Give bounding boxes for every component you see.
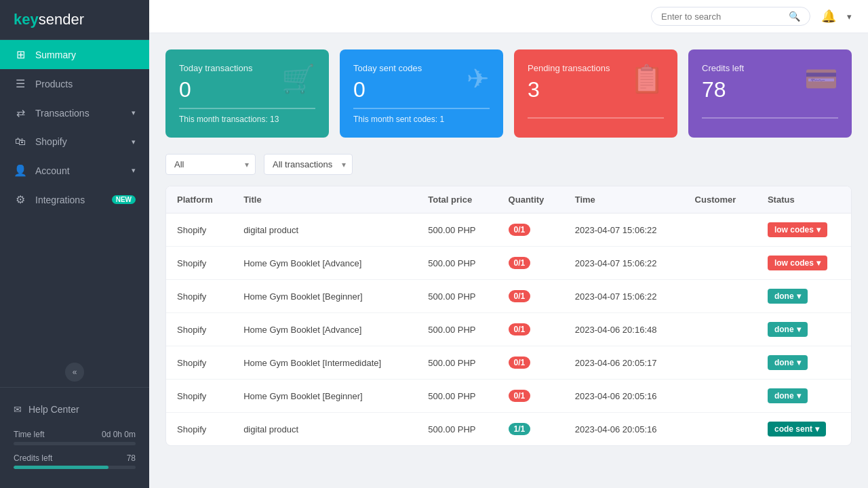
table-row: Shopify Home Gym Booklet [Advance] 500.0… (166, 313, 851, 346)
cell-customer (684, 413, 757, 446)
shopify-icon: 🛍 (14, 136, 27, 148)
cell-quantity: 0/1 (498, 346, 564, 380)
cell-price: 500.00 PHP (417, 313, 497, 346)
cell-quantity: 0/1 (498, 313, 564, 346)
products-icon: ☰ (14, 77, 27, 90)
cart-icon: 🛒 (281, 63, 315, 95)
transaction-type-filter[interactable]: All transactions Completed Pending Faile… (264, 154, 353, 175)
sidebar-item-shopify[interactable]: 🛍 Shopify ▾ (0, 127, 149, 156)
stat-card-today-sent-codes: Today sent codes 0 ✈ This month sent cod… (340, 49, 503, 138)
cell-price: 500.00 PHP (417, 380, 497, 413)
transactions-table: Platform Title Total price Quantity Time… (166, 186, 851, 445)
sidebar-item-label: Shopify (35, 136, 123, 147)
credits-icon: 💳 (804, 63, 838, 95)
col-status: Status (757, 186, 851, 214)
cell-title: digital product (233, 413, 417, 446)
table-row: Shopify Home Gym Booklet [Beginner] 500.… (166, 380, 851, 413)
account-icon: 👤 (14, 164, 27, 177)
stat-card-today-transactions: Today transactions 0 🛒 This month transa… (165, 49, 329, 138)
logo-text: key (14, 11, 39, 28)
stat-divider (702, 117, 838, 119)
table-row: Shopify digital product 500.00 PHP 1/1 2… (166, 413, 851, 446)
cell-customer (684, 247, 757, 280)
stat-value: 0 (179, 77, 252, 102)
cell-platform: Shopify (166, 380, 233, 413)
integrations-icon: ⚙ (14, 193, 27, 206)
cell-status: low codes ▾ (757, 247, 851, 280)
credits-progress-bar (14, 466, 136, 469)
quantity-badge: 0/1 (509, 390, 531, 402)
sidebar-collapse-section: « (0, 357, 149, 387)
status-button[interactable]: low codes ▾ (768, 256, 827, 270)
cell-time: 2023-04-06 20:05:17 (564, 346, 684, 380)
sidebar-item-account[interactable]: 👤 Account ▾ (0, 156, 149, 185)
table-row: Shopify Home Gym Booklet [Intermedidate]… (166, 346, 851, 380)
quantity-badge: 0/1 (509, 357, 531, 369)
cell-customer (684, 346, 757, 380)
cell-time: 2023-04-07 15:06:22 (564, 280, 684, 313)
quantity-badge: 0/1 (509, 290, 531, 302)
sidebar-item-integrations[interactable]: ⚙ Integrations NEW (0, 185, 149, 214)
cell-price: 500.00 PHP (417, 280, 497, 313)
main-area: 🔍 🔔 ▾ Today transactions 0 🛒 This month … (149, 0, 868, 488)
cell-quantity: 1/1 (498, 413, 564, 446)
transactions-icon: ⇄ (14, 106, 27, 119)
cell-platform: Shopify (166, 313, 233, 346)
cell-quantity: 0/1 (498, 380, 564, 413)
search-input[interactable] (661, 12, 783, 22)
dropdown-arrow-icon: ▾ (797, 325, 801, 334)
header: 🔍 🔔 ▾ (149, 0, 868, 33)
sidebar: keysender ⊞ Summary ☰ Products ⇄ Transac… (0, 0, 149, 488)
user-menu-arrow[interactable]: ▾ (847, 12, 852, 22)
time-left-label: Time left (14, 430, 45, 439)
collapse-button[interactable]: « (65, 363, 84, 382)
cell-price: 500.00 PHP (417, 346, 497, 380)
sidebar-item-transactions[interactable]: ⇄ Transactions ▾ (0, 98, 149, 127)
sidebar-item-products[interactable]: ☰ Products (0, 69, 149, 98)
help-center-label: Help Center (28, 404, 79, 415)
table-header-row: Platform Title Total price Quantity Time… (166, 186, 851, 214)
sidebar-item-label: Integrations (35, 195, 104, 205)
status-button[interactable]: code sent ▾ (768, 422, 826, 436)
cell-status: done ▾ (757, 280, 851, 313)
cell-status: done ▾ (757, 313, 851, 346)
cell-status: done ▾ (757, 380, 851, 413)
filters-row: All Shopify WooCommerce All transactions… (165, 154, 852, 175)
cell-title: Home Gym Booklet [Beginner] (233, 280, 417, 313)
quantity-badge: 0/1 (509, 323, 531, 336)
cell-status: low codes ▾ (757, 214, 851, 247)
stat-card-credits-left: Credits left 78 💳 (688, 49, 852, 138)
platform-filter-wrapper: All Shopify WooCommerce (165, 154, 256, 175)
platform-filter[interactable]: All Shopify WooCommerce (165, 154, 256, 175)
col-time: Time (564, 186, 684, 214)
credits-progress-fill (14, 466, 108, 469)
cell-title: Home Gym Booklet [Intermedidate] (233, 346, 417, 380)
dropdown-arrow-icon: ▾ (816, 258, 821, 268)
notification-button[interactable]: 🔔 (821, 9, 836, 24)
chevron-down-icon: ▾ (132, 138, 136, 146)
stat-divider (528, 117, 664, 119)
stat-cards: Today transactions 0 🛒 This month transa… (165, 49, 852, 138)
chevron-down-icon: ▾ (132, 166, 136, 175)
cell-status: done ▾ (757, 346, 851, 380)
send-icon: ✈ (467, 63, 490, 94)
status-button[interactable]: done ▾ (768, 289, 808, 304)
status-button[interactable]: done ▾ (768, 388, 808, 403)
stat-card-pending-transactions: Pending transactions 3 📋 (514, 49, 677, 138)
help-center-link[interactable]: ✉ Help Center (14, 399, 136, 420)
cell-title: Home Gym Booklet [Beginner] (233, 380, 417, 413)
stat-label: Today transactions (179, 63, 252, 73)
sidebar-item-label: Account (35, 165, 123, 176)
status-button[interactable]: low codes ▾ (768, 222, 827, 237)
status-button[interactable]: done ▾ (768, 322, 808, 337)
cell-time: 2023-04-06 20:16:48 (564, 313, 684, 346)
search-box: 🔍 (651, 7, 810, 26)
cell-price: 500.00 PHP (417, 413, 497, 446)
status-button[interactable]: done ▾ (768, 355, 808, 370)
cell-quantity: 0/1 (498, 214, 564, 247)
dropdown-arrow-icon: ▾ (797, 358, 801, 367)
cell-quantity: 0/1 (498, 280, 564, 313)
sidebar-item-summary[interactable]: ⊞ Summary (0, 40, 149, 69)
help-icon: ✉ (14, 404, 22, 415)
sidebar-item-label: Products (35, 79, 136, 89)
